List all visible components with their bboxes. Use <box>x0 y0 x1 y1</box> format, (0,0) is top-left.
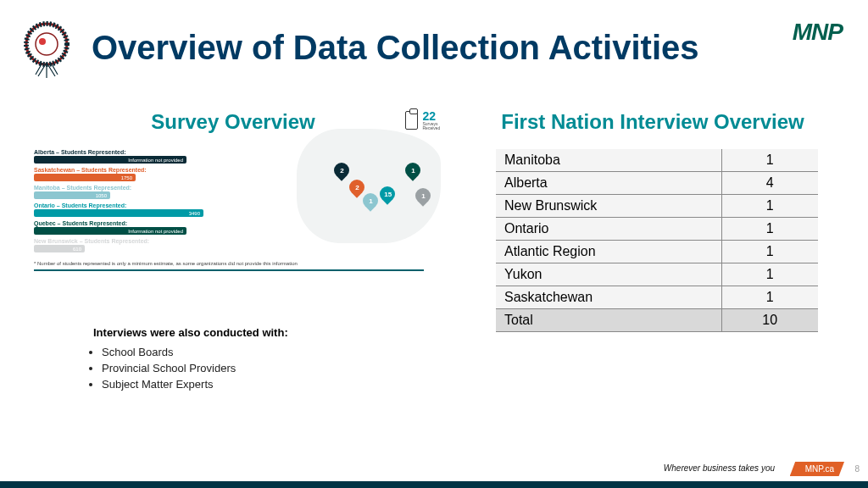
table-total-row: Total10 <box>496 309 818 332</box>
table-region: Atlantic Region <box>496 241 721 263</box>
survey-row: New Brunswick – Students Represented:610 <box>34 238 288 252</box>
table-region: Yukon <box>496 263 721 286</box>
survey-bar-value: 3490 <box>34 209 203 217</box>
table-total-label: Total <box>496 309 721 332</box>
table-region: Alberta <box>496 172 721 195</box>
clipboard-icon <box>405 111 418 130</box>
surveys-label: Surveys Received <box>423 122 450 130</box>
page-title: Overview of Data Collection Activities <box>92 29 699 67</box>
table-row: Alberta4 <box>496 172 818 195</box>
interview-table: Manitoba1Alberta4New Brunswick1Ontario1A… <box>496 149 818 332</box>
page-number: 8 <box>854 464 860 474</box>
table-row: New Brunswick1 <box>496 195 818 218</box>
table-count: 1 <box>721 241 818 263</box>
table-row: Ontario1 <box>496 218 818 241</box>
map-pin-count: 1 <box>421 192 425 200</box>
table-count: 1 <box>721 286 818 309</box>
survey-bar-label: Alberta – Students Represented: <box>34 149 288 155</box>
survey-overview-section: Survey Overview Alberta – Students Repre… <box>34 110 432 271</box>
table-count: 1 <box>721 149 818 172</box>
footer-bar <box>0 481 868 488</box>
survey-row: Manitoba – Students Represented:1050 <box>34 185 288 199</box>
map-pin-count: 15 <box>384 191 392 198</box>
table-row: Atlantic Region1 <box>496 241 818 263</box>
table-region: Ontario <box>496 218 721 241</box>
survey-bars: Alberta – Students Represented:Informati… <box>34 149 288 252</box>
mnp-logo: MNP <box>793 19 843 46</box>
interview-item: School Boards <box>102 346 390 358</box>
svg-point-2 <box>36 33 58 55</box>
interview-item: Subject Matter Experts <box>102 378 390 391</box>
interviews-block: Interviews were also conducted with: Sch… <box>51 326 390 394</box>
survey-bar-value: 1750 <box>34 174 136 181</box>
map-pin-count: 2 <box>340 167 343 175</box>
map-shape <box>297 129 441 243</box>
table-total-count: 10 <box>721 309 818 332</box>
afn-logo <box>17 19 76 78</box>
map-pin-count: 1 <box>411 167 415 175</box>
survey-bar-value: 1050 <box>34 191 110 199</box>
table-count: 1 <box>721 195 818 218</box>
table-row: Saskatchewan1 <box>496 286 818 309</box>
surveys-received: 22 Surveys Received <box>405 110 449 130</box>
survey-bar-label: New Brunswick – Students Represented: <box>34 238 288 244</box>
svg-point-3 <box>39 38 46 45</box>
survey-footnote: * Number of students represented is only… <box>34 261 424 271</box>
survey-row: Alberta – Students Represented:Informati… <box>34 149 288 164</box>
footer-link: MNP.ca <box>790 462 844 476</box>
footer-tagline: Wherever business takes you <box>664 463 775 473</box>
map-pin-count: 1 <box>369 197 372 205</box>
interviews-intro: Interviews were also conducted with: <box>93 326 390 339</box>
survey-row: Saskatchewan – Students Represented:1750 <box>34 167 288 181</box>
survey-bar-value: 610 <box>34 245 85 252</box>
survey-bar-value: Information not provided <box>34 156 186 164</box>
surveys-count: 22 <box>423 110 450 122</box>
survey-row: Quebec – Students Represented:Informatio… <box>34 220 288 235</box>
survey-bar-label: Saskatchewan – Students Represented: <box>34 167 288 173</box>
table-count: 4 <box>721 172 818 195</box>
table-count: 1 <box>721 263 818 286</box>
table-region: New Brunswick <box>496 195 721 218</box>
table-row: Yukon1 <box>496 263 818 286</box>
survey-bar-label: Ontario – Students Represented: <box>34 202 288 208</box>
table-row: Manitoba1 <box>496 149 818 172</box>
table-count: 1 <box>721 218 818 241</box>
map-canada: 22 Surveys Received 2211511 <box>297 110 449 254</box>
interview-heading: First Nation Interview Overview <box>470 110 835 134</box>
survey-bar-value: Information not provided <box>34 227 186 235</box>
survey-bar-label: Manitoba – Students Represented: <box>34 185 288 191</box>
survey-row: Ontario – Students Represented:3490 <box>34 202 288 217</box>
table-region: Saskatchewan <box>496 286 721 309</box>
interview-item: Provincial School Providers <box>102 362 390 374</box>
survey-bar-label: Quebec – Students Represented: <box>34 220 288 226</box>
table-region: Manitoba <box>496 149 721 172</box>
map-pin-count: 2 <box>355 184 359 191</box>
interview-overview-section: First Nation Interview Overview Manitoba… <box>470 110 835 332</box>
